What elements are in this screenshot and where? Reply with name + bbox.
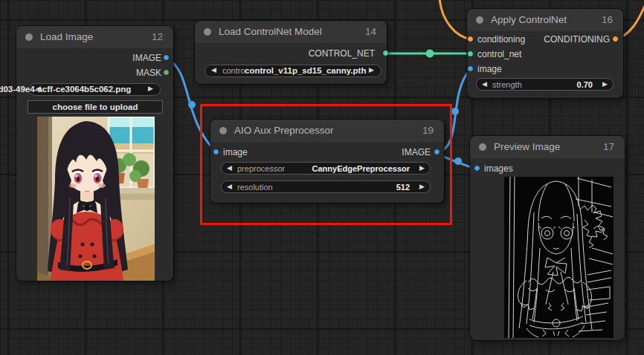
increment-icon[interactable]: ▶ — [599, 79, 608, 90]
input-label-conditioning: conditioning — [477, 34, 525, 45]
combo-prev-icon[interactable]: ◀ — [36, 85, 41, 92]
input-slot-conditioning[interactable] — [467, 36, 474, 42]
canny-edge-preview — [504, 177, 614, 338]
combo-next-icon[interactable]: ▶ — [148, 85, 153, 92]
node-id: 14 — [365, 21, 376, 43]
output-label-image: IMAGE — [132, 53, 161, 63]
node-id: 12 — [152, 26, 163, 48]
node-preview-image-titlebar[interactable]: Preview Image 17 — [470, 136, 625, 158]
strength-label: strength — [492, 80, 522, 89]
image-filename-value: 4d03-49e4-acff-ce3064b5c062.png — [0, 85, 131, 94]
node-title: Preview Image — [494, 136, 560, 158]
node-title: Load ControlNet Model — [219, 21, 322, 43]
input-label-controlnet: control_net — [477, 49, 521, 59]
node-apply-controlnet-titlebar[interactable]: Apply ControlNet 16 — [467, 9, 623, 31]
input-slot-images[interactable] — [474, 165, 480, 172]
node-title: Load Image — [40, 26, 93, 48]
output-slot-conditioning[interactable] — [612, 36, 619, 42]
image-file-combo[interactable]: 4d03-49e4-acff-ce3064b5c062.png ◀ ▶ — [29, 83, 161, 96]
anime-girl-illustration — [37, 117, 155, 281]
collapse-dot-icon[interactable] — [479, 143, 486, 151]
node-graph-canvas[interactable]: Load Image 12 IMAGE MASK 4d03-49e4-acff-… — [0, 0, 644, 355]
decrement-icon[interactable]: ◀ — [482, 79, 491, 90]
strength-value: 0.70 — [577, 80, 593, 89]
output-label-mask: MASK — [136, 68, 161, 78]
collapse-dot-icon[interactable] — [204, 28, 211, 36]
input-slot-controlnet[interactable] — [467, 51, 474, 57]
node-id: 16 — [602, 9, 613, 31]
node-load-image-titlebar[interactable]: Load Image 12 — [16, 26, 173, 48]
node-load-image[interactable]: Load Image 12 IMAGE MASK 4d03-49e4-acff-… — [16, 26, 173, 281]
node-id: 17 — [603, 136, 614, 158]
output-slot-controlnet[interactable] — [382, 50, 389, 56]
node-load-controlnet-model[interactable]: Load ControlNet Model 14 CONTROL_NET ◀ c… — [195, 21, 387, 84]
controlnet-name-label: contro — [222, 66, 245, 75]
combo-next-icon[interactable]: ▶ — [369, 66, 374, 74]
controlnet-name-combo[interactable]: ◀ contro control_v11p_sd15_canny.pth ▶ — [205, 65, 381, 77]
node-apply-controlnet[interactable]: Apply ControlNet 16 conditioning control… — [467, 9, 623, 98]
node-title: Apply ControlNet — [491, 9, 567, 31]
output-label-controlnet: CONTROL_NET — [309, 48, 375, 59]
strength-stepper[interactable]: ◀ strength 0.70 ▶ — [476, 78, 614, 91]
highlight-annotation-rect — [200, 104, 452, 225]
combo-prev-icon[interactable]: ◀ — [211, 66, 216, 74]
node-preview-image[interactable]: Preview Image 17 images — [470, 136, 625, 340]
output-label-conditioning: CONDITIONING — [544, 34, 610, 45]
input-label-image: image — [477, 64, 502, 74]
output-slot-image[interactable] — [163, 54, 170, 61]
wire-conditioning-in — [439, 0, 471, 39]
input-label-images: images — [484, 163, 513, 174]
output-slot-mask[interactable] — [163, 69, 170, 76]
canny-edge-illustration — [504, 177, 614, 338]
collapse-dot-icon[interactable] — [25, 33, 33, 41]
collapse-dot-icon[interactable] — [476, 16, 483, 24]
input-slot-image[interactable] — [467, 65, 474, 72]
input-image-preview — [37, 117, 155, 281]
controlnet-name-value: control_v11p_sd15_canny.pth — [245, 66, 366, 75]
choose-file-button[interactable]: choose file to upload — [28, 100, 163, 114]
node-load-controlnet-titlebar[interactable]: Load ControlNet Model 14 — [195, 21, 387, 43]
